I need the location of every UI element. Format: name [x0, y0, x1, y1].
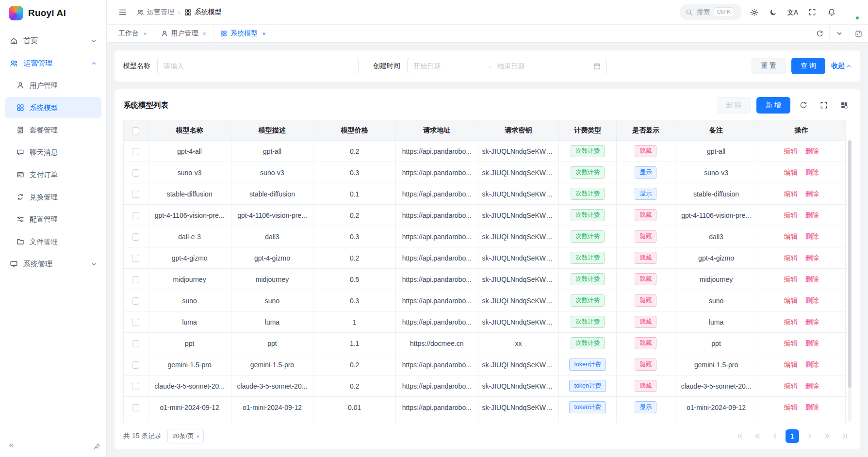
- row-checkbox[interactable]: [132, 340, 139, 347]
- sidebar-item-file-management[interactable]: 文件管理: [5, 231, 101, 252]
- pin-sidebar-icon[interactable]: [93, 443, 100, 450]
- jump-prev-icon[interactable]: [751, 429, 764, 443]
- row-checkbox[interactable]: [132, 383, 139, 390]
- first-page-icon[interactable]: [733, 429, 747, 443]
- edit-link[interactable]: 编辑: [784, 403, 798, 412]
- reset-button[interactable]: 重 置: [752, 58, 786, 74]
- page-number-button[interactable]: 1: [786, 429, 799, 443]
- delete-link[interactable]: 删除: [805, 382, 819, 391]
- close-icon[interactable]: ×: [203, 31, 207, 37]
- delete-link[interactable]: 删除: [805, 275, 819, 284]
- sidebar-collapse-button[interactable]: «: [5, 439, 17, 451]
- breadcrumb-item-operations[interactable]: 运营管理: [137, 8, 174, 16]
- edit-link[interactable]: 编辑: [784, 360, 798, 369]
- sidebar-item-exchange-management[interactable]: 兑换管理: [5, 186, 101, 208]
- add-button[interactable]: 新 增: [756, 97, 790, 114]
- hamburger-menu-icon[interactable]: [115, 5, 130, 19]
- edit-link[interactable]: 编辑: [784, 318, 798, 326]
- create-time-label: 创建时间: [373, 62, 400, 70]
- row-checkbox[interactable]: [132, 148, 139, 155]
- select-all-checkbox[interactable]: [132, 127, 139, 134]
- settings-gear-icon[interactable]: [747, 5, 761, 19]
- tab-system-model[interactable]: 系统模型 ×: [213, 25, 273, 42]
- sidebar-item-operations[interactable]: 运营管理: [5, 52, 101, 74]
- edit-link[interactable]: 编辑: [784, 168, 798, 177]
- end-date-input[interactable]: [497, 62, 565, 70]
- row-checkbox[interactable]: [132, 276, 139, 283]
- table-fullscreen-icon[interactable]: [817, 98, 831, 113]
- edit-link[interactable]: 编辑: [784, 339, 798, 348]
- cell-remark: suno-v3: [675, 162, 757, 183]
- sidebar-item-home[interactable]: 首页: [5, 30, 101, 51]
- edit-link[interactable]: 编辑: [784, 190, 798, 198]
- edit-link[interactable]: 编辑: [784, 147, 798, 156]
- edit-link[interactable]: 编辑: [784, 232, 798, 241]
- jump-next-icon[interactable]: [820, 429, 834, 443]
- close-icon[interactable]: ×: [262, 31, 266, 37]
- date-range-picker[interactable]: →: [407, 58, 607, 74]
- delete-link[interactable]: 删除: [805, 296, 819, 305]
- notification-bell-icon[interactable]: [824, 5, 839, 19]
- billing-type-tag: 次数计费: [571, 166, 605, 179]
- scrollbar-thumb[interactable]: [848, 140, 852, 388]
- brand-name: Ruoyi AI: [28, 8, 66, 18]
- row-checkbox[interactable]: [132, 255, 139, 262]
- edit-link[interactable]: 编辑: [784, 275, 798, 284]
- delete-link[interactable]: 删除: [805, 254, 819, 262]
- dark-mode-moon-icon[interactable]: [766, 5, 781, 19]
- row-checkbox[interactable]: [132, 212, 139, 219]
- delete-link[interactable]: 删除: [805, 232, 819, 241]
- edit-link[interactable]: 编辑: [784, 211, 798, 220]
- column-settings-icon[interactable]: [837, 98, 852, 113]
- edit-link[interactable]: 编辑: [784, 254, 798, 262]
- fullscreen-icon[interactable]: [805, 5, 819, 19]
- delete-link[interactable]: 删除: [805, 318, 819, 326]
- tabs-dropdown-chevron-icon[interactable]: [829, 25, 849, 42]
- sidebar-item-system-management[interactable]: 系统管理: [5, 253, 101, 275]
- model-name-input[interactable]: [157, 58, 359, 74]
- query-button[interactable]: 查 询: [791, 58, 825, 74]
- edit-link[interactable]: 编辑: [784, 382, 798, 391]
- table-scrollbar[interactable]: [848, 140, 852, 421]
- delete-link[interactable]: 删除: [805, 190, 819, 198]
- bulk-delete-button[interactable]: 删 除: [717, 97, 751, 114]
- collapse-filter-button[interactable]: 收起: [831, 62, 852, 70]
- global-search-button[interactable]: 搜索 Ctrl K: [680, 4, 742, 20]
- prev-page-icon[interactable]: [768, 429, 782, 443]
- user-avatar[interactable]: [844, 4, 859, 20]
- delete-link[interactable]: 删除: [805, 339, 819, 348]
- row-checkbox[interactable]: [132, 169, 139, 177]
- delete-link[interactable]: 删除: [805, 211, 819, 220]
- brand[interactable]: Ruoyi AI: [0, 0, 106, 26]
- next-page-icon[interactable]: [803, 429, 817, 443]
- delete-link[interactable]: 删除: [805, 360, 819, 369]
- content-fullscreen-icon[interactable]: [849, 25, 868, 42]
- tabs-refresh-icon[interactable]: [810, 25, 829, 42]
- row-checkbox[interactable]: [132, 191, 139, 198]
- table-refresh-icon[interactable]: [796, 98, 811, 113]
- cell-model-price: 0.2: [313, 141, 396, 162]
- row-checkbox[interactable]: [132, 297, 139, 305]
- tab-user-management[interactable]: 用户管理 ×: [154, 25, 214, 42]
- sidebar-item-chat-messages[interactable]: 聊天消息: [5, 142, 101, 163]
- tab-workbench[interactable]: 工作台 ×: [112, 25, 154, 42]
- row-checkbox[interactable]: [132, 361, 139, 369]
- close-icon[interactable]: ×: [143, 31, 147, 37]
- delete-link[interactable]: 删除: [805, 168, 819, 177]
- sidebar-item-package-management[interactable]: 套餐管理: [5, 119, 101, 141]
- translate-icon[interactable]: 文A: [786, 5, 800, 19]
- sidebar-item-config-management[interactable]: 配置管理: [5, 209, 101, 230]
- delete-link[interactable]: 删除: [805, 147, 819, 156]
- row-checkbox[interactable]: [132, 404, 139, 411]
- delete-link[interactable]: 删除: [805, 403, 819, 412]
- last-page-icon[interactable]: [838, 429, 852, 443]
- sidebar-item-payment-orders[interactable]: 支付订单: [5, 164, 101, 185]
- row-checkbox[interactable]: [132, 233, 139, 241]
- breadcrumb-item-system-model[interactable]: 系统模型: [184, 8, 222, 16]
- sidebar-item-system-model[interactable]: 系统模型: [5, 97, 101, 118]
- edit-link[interactable]: 编辑: [784, 296, 798, 305]
- start-date-input[interactable]: [413, 62, 481, 70]
- sidebar-item-user-management[interactable]: 用户管理: [5, 75, 101, 96]
- row-checkbox[interactable]: [132, 319, 139, 326]
- page-size-select[interactable]: 20条/页 ▾: [167, 429, 204, 443]
